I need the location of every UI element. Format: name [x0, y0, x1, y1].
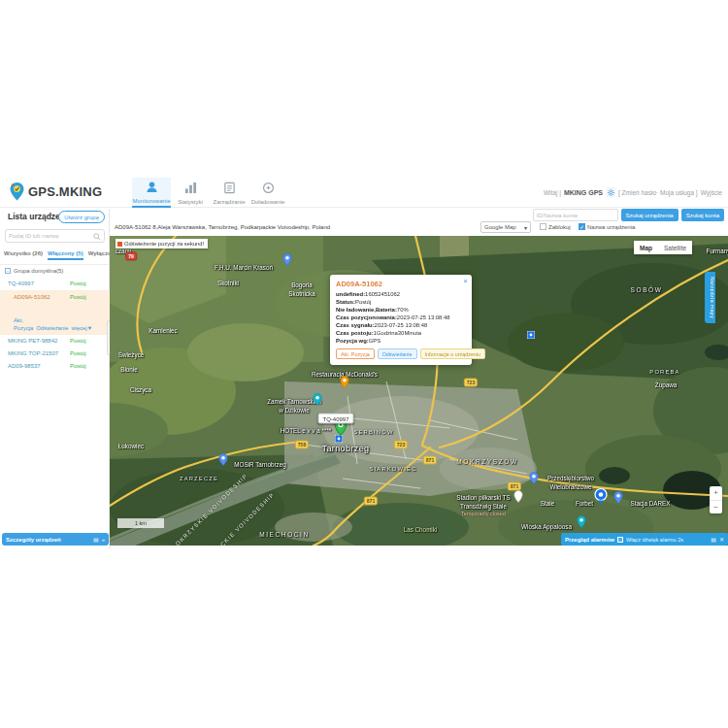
device-search-input[interactable]: [9, 230, 92, 242]
device-name[interactable]: MKING PET-98842: [8, 338, 57, 344]
map-toolbar: AD09A-51062 8,Aleja Warszawska, Tarnobrz…: [115, 221, 728, 235]
manage-icon: [223, 181, 236, 198]
popup-row-label: Pozycja wg:: [336, 338, 369, 344]
przedsiebiorstwo-pin[interactable]: [529, 471, 539, 488]
device-name[interactable]: TQ-40997: [8, 281, 34, 286]
map-scale: 1 km: [117, 518, 164, 528]
device-group-row[interactable]: - Grupa domyślna(5): [5, 268, 63, 274]
tab-label: Statystyki: [178, 199, 203, 205]
tab-label: Zarządzanie: [213, 199, 245, 205]
device-row[interactable]: MKING TOP-21507Postój: [0, 347, 110, 360]
map-label: Wioska Appaloosa: [521, 523, 572, 530]
stats-icon: [184, 181, 197, 198]
device-info-popup: AD09A-51062 × undefined:16052451062Statu…: [330, 275, 472, 365]
map-label: SOBÓW: [631, 286, 663, 293]
close-panel-icon[interactable]: ✕: [719, 536, 724, 543]
device-name-checkbox[interactable]: ✓ Nazwa urządzenia: [579, 223, 635, 230]
zoom-out-button[interactable]: −: [710, 501, 722, 514]
mcdonalds-pin[interactable]: [340, 375, 349, 392]
map-label: Kamieniec: [149, 327, 177, 334]
search-account-button[interactable]: Szukaj konta: [681, 209, 724, 221]
account-name[interactable]: MKING GPS: [564, 189, 603, 196]
device-map-label[interactable]: TQ-40997: [317, 414, 353, 424]
alarm-sound-checkbox[interactable]: [617, 537, 623, 543]
map-label: MOSiR Tarnobrzeg: [234, 461, 285, 468]
map-label: Wielobranżowe: [549, 483, 591, 490]
expand-up-icon[interactable]: «: [102, 537, 105, 543]
welcome-text: Witaj |: [544, 189, 561, 196]
device-action-link[interactable]: Odświeżanie: [36, 325, 68, 331]
device-row[interactable]: MKING PET-98842Postój: [0, 335, 110, 347]
device-row[interactable]: AD09-98537Postój: [0, 360, 110, 373]
device-name[interactable]: MKING TOP-21507: [8, 350, 58, 356]
popup-row-value: GPS: [369, 338, 381, 344]
tab-doładowanie[interactable]: Doładowanie: [248, 178, 287, 208]
tab-statystyki[interactable]: Statystyki: [171, 178, 210, 208]
map-label: HOTEL e v v a ****: [281, 427, 332, 434]
device-action-link[interactable]: więcej▼: [72, 325, 93, 331]
map-tools-tab[interactable]: Narzędzia mapy: [705, 272, 715, 323]
tab-zarządzanie[interactable]: Zarządzanie: [210, 178, 248, 208]
map-label: Forbet: [576, 500, 593, 507]
checkbox-checked-icon[interactable]: ✓: [579, 223, 585, 230]
popup-button-2[interactable]: Informacje o urządzeniu: [420, 348, 486, 359]
device-name[interactable]: AD09-98537: [8, 363, 41, 369]
device-action-link[interactable]: Akt. Pozycja: [14, 317, 33, 331]
popup-info-row: Pozycja wg:GPS: [336, 337, 466, 345]
device-row[interactable]: AD09A-51062Postój: [0, 291, 110, 304]
search-device-button[interactable]: Szukaj urządzenia: [621, 209, 678, 221]
logo-pin-icon: [10, 182, 24, 201]
account-menu-links[interactable]: [ Zmień hasło· Moja usługa ]: [618, 189, 698, 196]
close-icon[interactable]: ×: [463, 277, 468, 285]
road-badge: 758: [295, 441, 309, 449]
zamek-pin[interactable]: [313, 392, 322, 410]
popup-row-label: Czas pozycjonowania:: [336, 314, 397, 320]
device-details-bar[interactable]: Szczegóły urządzeń ▤ «: [2, 533, 109, 546]
map-zoom-control: + −: [710, 486, 722, 513]
tab-label: Monitorowanie: [132, 198, 170, 204]
road-poi-pin[interactable]: [527, 325, 535, 343]
account-search-input[interactable]: [533, 209, 618, 221]
forbet-pin[interactable]: [593, 487, 609, 510]
popup-info-row: Czas sygnału:2023-07-25 13:08:48: [336, 321, 466, 329]
map-label: F.H.U. Marcin Krasoń: [215, 264, 273, 271]
map-type-button-map[interactable]: Map: [634, 241, 658, 254]
mosir-pin[interactable]: [218, 452, 228, 470]
popup-row-value: Postój: [355, 299, 371, 305]
popup-info-row: Nie ładowanie,Bateria:70%: [336, 306, 466, 314]
device-row[interactable]: TQ-40997Postój: [0, 278, 110, 290]
map-label: Łukowiec: [118, 443, 144, 449]
map-canvas[interactable]: Odświeżenie pozycji za sekund! MapSatell…: [110, 236, 728, 546]
create-group-button[interactable]: Utwórz grupę: [58, 211, 105, 223]
panel-grid-icon[interactable]: ▤: [711, 536, 716, 543]
device-name[interactable]: AD09A-51062: [14, 294, 50, 300]
app-header: GPS.MKING MonitorowanieStatystykiZarządz…: [0, 178, 728, 208]
lock-checkbox[interactable]: Zablokuj: [540, 223, 571, 230]
marcin-krason-pin[interactable]: [282, 252, 292, 270]
map-type-button-satellite[interactable]: Satellite: [658, 241, 692, 254]
map-type-buttons: MapSatellite: [634, 241, 692, 254]
map-label: MOKRZYSZÓW: [456, 458, 517, 465]
panel-grid-icon[interactable]: ▤: [93, 536, 99, 543]
logout-link[interactable]: Wyjście: [701, 189, 722, 196]
tab-monitorowanie[interactable]: Monitorowanie: [132, 178, 171, 208]
filter-tab[interactable]: Włączony (5): [48, 250, 83, 260]
map-type-select[interactable]: Google Map ▾: [480, 221, 531, 233]
checkbox-unchecked-icon[interactable]: [540, 223, 546, 230]
popup-button-0[interactable]: Akt. Pozycja: [336, 348, 375, 359]
map-label: Żupawa: [655, 381, 677, 388]
logo[interactable]: GPS.MKING: [10, 182, 102, 201]
road-badge: 79: [125, 252, 137, 261]
darex-pin[interactable]: [613, 490, 623, 508]
device-status: Postój: [70, 350, 86, 356]
zoom-in-button[interactable]: +: [710, 486, 722, 501]
stadion-pin[interactable]: [513, 489, 523, 507]
settings-icon[interactable]: [606, 187, 615, 197]
appaloosa-pin[interactable]: [577, 514, 586, 532]
popup-button-1[interactable]: Odświeżanie: [378, 348, 417, 359]
map-label: Furmany: [707, 248, 728, 254]
search-icon[interactable]: [93, 233, 101, 241]
alarm-overview-bar[interactable]: Przegląd alarmów Włącz dźwięk alarmu 2s …: [561, 533, 728, 546]
filter-tab[interactable]: Wszystko (26): [4, 250, 43, 260]
tree-expand-icon[interactable]: -: [5, 268, 11, 274]
